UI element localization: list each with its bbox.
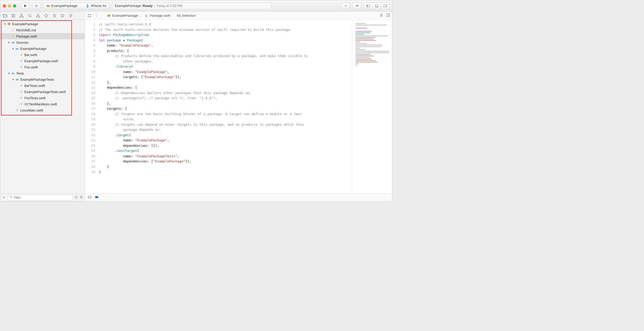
toggle-right-panel[interactable]: [381, 3, 390, 9]
tree-item[interactable]: ▼ExamplePackage: [0, 45, 85, 52]
debug-navigator-tab[interactable]: [52, 13, 57, 18]
nav-forward-button[interactable]: 〉: [100, 13, 105, 18]
activity-view[interactable]: ExamplePackage: Ready | Today at 2:00 PM: [112, 3, 271, 9]
tree-item[interactable]: ▼ExamplePackage: [0, 21, 85, 27]
crumb-0[interactable]: ExamplePackage: [112, 14, 138, 17]
project-navigator-tab[interactable]: [3, 13, 7, 18]
svg-rect-15: [22, 16, 23, 17]
svg-rect-9: [375, 6, 378, 7]
tree-item[interactable]: ▶BarTests.swift: [0, 82, 85, 89]
swift-file-icon: [145, 14, 148, 17]
disclosure-triangle[interactable]: ▼: [12, 78, 15, 81]
crumb-2[interactable]: No Selection: [177, 14, 196, 17]
recent-filter-button[interactable]: [74, 195, 78, 200]
add-button[interactable]: ＋: [341, 3, 350, 9]
debug-continue[interactable]: [95, 195, 99, 200]
folder-icon: [3, 13, 7, 18]
tree-item[interactable]: ▶LinuxMain.swift: [0, 107, 85, 113]
tree-item-label: ExamplePackage: [20, 47, 46, 51]
symbol-navigator-tab[interactable]: [19, 13, 24, 18]
tree-item[interactable]: ▶Package.swift: [0, 33, 85, 39]
breakpoint-navigator-tab[interactable]: [60, 13, 65, 18]
minimap[interactable]: [352, 20, 392, 194]
filter-input[interactable]: [7, 195, 73, 200]
scheme-device: iPhone Xʀ: [91, 4, 107, 8]
tree-item[interactable]: ▶ExamplePackage.swift: [0, 58, 85, 64]
file-tree[interactable]: ▼ExamplePackage▶README.md▶Package.swift▼…: [0, 20, 85, 194]
swift-icon: [19, 53, 23, 57]
tree-item[interactable]: ▶Foo.swift: [0, 64, 85, 70]
plus-icon: ＋: [344, 4, 347, 8]
disclosure-triangle[interactable]: ▼: [7, 72, 11, 75]
add-editor-button[interactable]: [386, 13, 390, 18]
svg-rect-35: [90, 16, 91, 17]
issue-navigator-tab[interactable]: [36, 13, 40, 18]
file-icon: [11, 28, 15, 32]
close-window-button[interactable]: [3, 4, 6, 7]
toggle-bottom-panel[interactable]: [372, 3, 381, 9]
library-button[interactable]: ⇄: [353, 3, 361, 9]
test-navigator-tab[interactable]: [44, 13, 49, 18]
tree-item-label: ExamplePackageTests: [20, 78, 54, 81]
line-gutter: 1234567891011121314151617181920212223242…: [85, 20, 98, 194]
tree-item[interactable]: ▶Bar.swift: [0, 52, 85, 58]
tree-item[interactable]: ▼Sources: [0, 39, 85, 45]
add-file-button[interactable]: ＋: [2, 195, 6, 200]
find-navigator-tab[interactable]: [27, 13, 32, 18]
disclosure-triangle[interactable]: ▼: [7, 41, 11, 44]
tree-item-label: Tests: [16, 71, 24, 75]
tree-item[interactable]: ▶ExamplePackageTests.swift: [0, 89, 85, 95]
editor: 〈 〉 ExamplePackage 〉 Package.swift 〉 No …: [85, 12, 392, 201]
tree-item-label: Foo.swift: [24, 65, 38, 69]
source-control-navigator-tab[interactable]: [11, 13, 16, 18]
disclosure-triangle[interactable]: ▼: [3, 23, 6, 25]
disclosure-triangle[interactable]: ▼: [12, 47, 15, 50]
search-icon: [10, 196, 13, 199]
warning-icon: [36, 13, 40, 18]
svg-rect-32: [88, 14, 89, 15]
status-separator: |: [153, 4, 156, 8]
gauge-icon: [52, 13, 57, 18]
report-navigator-tab[interactable]: [69, 13, 73, 18]
tree-item-label: BarTests.swift: [24, 84, 45, 88]
code-content[interactable]: // swift-tools-version:5.0// The swift-t…: [98, 20, 352, 194]
tree-item[interactable]: ▶README.md: [0, 27, 85, 33]
swift-icon: [15, 108, 19, 112]
source-control-icon: [11, 13, 16, 18]
panel-left-icon: [366, 4, 370, 8]
chevron-right-icon: 〉: [80, 4, 83, 8]
scm-filter-button[interactable]: [80, 195, 83, 200]
tree-item-label: Sources: [16, 41, 29, 44]
svg-rect-3: [47, 5, 50, 6]
tree-item[interactable]: ▼ExamplePackageTests: [0, 76, 85, 82]
nav-back-button[interactable]: 〈: [94, 13, 98, 18]
tree-item[interactable]: ▼Tests: [0, 70, 85, 76]
stop-button[interactable]: [32, 3, 41, 9]
chevron-right-icon: 〉: [140, 13, 143, 18]
panel-toggle-group: [364, 3, 390, 9]
source-editor[interactable]: 1234567891011121314151617181920212223242…: [85, 20, 352, 194]
tree-item[interactable]: ▶FooTests.swift: [0, 95, 85, 101]
debug-bar: [85, 194, 392, 201]
toggle-breakpoints[interactable]: [88, 195, 92, 200]
related-items-button[interactable]: [87, 13, 92, 18]
scheme-selector[interactable]: ExamplePackage 〉 iPhone Xʀ: [43, 3, 109, 9]
crumb-1[interactable]: Package.swift: [150, 14, 170, 17]
editor-layout-button[interactable]: [379, 13, 383, 18]
zoom-window-button[interactable]: [13, 4, 16, 7]
run-button[interactable]: [21, 3, 30, 9]
folder-icon: [11, 41, 15, 44]
window-body: ▼ExamplePackage▶README.md▶Package.swift▼…: [0, 12, 392, 201]
minimize-window-button[interactable]: [8, 4, 11, 7]
navigator-tabs: [0, 12, 85, 20]
svg-rect-11: [386, 5, 387, 7]
toggle-left-panel[interactable]: [364, 3, 373, 9]
tree-item[interactable]: ▶XCTestManifests.swift: [0, 101, 85, 107]
breadcrumb[interactable]: ExamplePackage 〉 Package.swift 〉 No Sele…: [107, 13, 196, 18]
breakpoint-icon: [60, 13, 65, 18]
editor-body: 1234567891011121314151617181920212223242…: [85, 20, 392, 194]
svg-rect-1: [35, 5, 38, 7]
scheme-target: ExamplePackage: [51, 4, 77, 8]
svg-rect-7: [367, 5, 368, 7]
diamond-icon: [44, 13, 49, 18]
